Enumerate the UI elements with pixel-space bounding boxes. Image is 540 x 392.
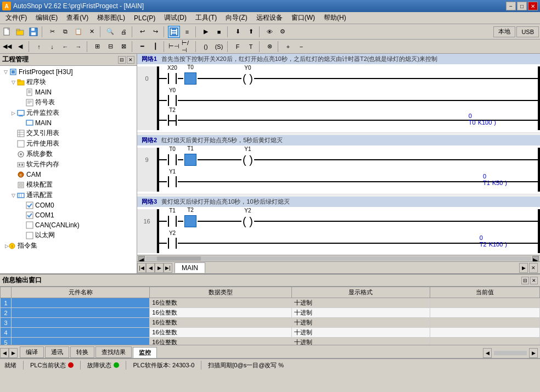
delete-wire-button[interactable]: ⊗ [263,41,275,53]
tree-main-prog[interactable]: MAIN [1,87,136,97]
list-view-button[interactable]: ≡ [181,26,193,38]
h-scrollbar[interactable]: ◀ ▶ [137,255,540,261]
tab-close-btn[interactable]: ✕ [529,263,538,273]
tab-nav-first[interactable]: |◀ [137,263,146,273]
btab-convert[interactable]: 转换 [70,346,94,358]
scroll-track[interactable] [146,256,531,261]
sidebar-dock-button[interactable]: ⊟ [118,56,126,64]
contact-no-button[interactable]: ⊢⊣ [168,41,180,53]
bottom-panel-close-btn[interactable]: ✕ [530,277,538,284]
tab-new-btn[interactable]: ▶ [519,263,528,273]
tab-main[interactable]: MAIN [175,262,205,273]
tab-nav-last[interactable]: ▶| [164,263,172,273]
tree-soft-memory[interactable]: 软元件内存 [1,159,136,170]
btab-comm[interactable]: 通讯 [45,346,69,358]
scroll-right-btn[interactable]: ▶ [532,256,539,261]
redo-button[interactable]: ↪ [149,26,161,38]
expand-root[interactable]: ▽ [2,69,9,75]
scroll-left-btn[interactable]: ◀ [138,256,145,261]
maximize-button[interactable]: □ [517,2,527,10]
zoom-out-button[interactable]: − [295,41,307,53]
coil-button[interactable]: () [200,41,212,53]
scroll-thumb[interactable] [157,256,201,261]
btab-nav-next[interactable]: ▶ [9,348,18,358]
upload-button[interactable]: ⬆ [245,26,257,38]
tree-cam[interactable]: C CAM [1,170,136,180]
delete-button[interactable]: ✕ [86,26,98,38]
expand-monitor[interactable]: ▷ [10,110,16,116]
run-button[interactable]: ▶ [200,26,212,38]
tree-ethernet[interactable]: 以太网 [1,230,136,240]
menu-plc[interactable]: PLC(P) [130,13,160,23]
tree-sys-params[interactable]: 系统参数 [1,149,136,159]
paste-button[interactable]: 📋 [72,26,85,38]
arrow-right-button[interactable]: → [72,41,85,53]
btab-find[interactable]: 查找结果 [95,346,132,358]
tree-program-block[interactable]: ▽ 程序块 [1,77,136,87]
btab-scrollbar[interactable] [494,351,527,355]
tree-main-monitor[interactable]: MAIN [1,118,136,128]
menu-edit[interactable]: 编辑(E) [31,12,62,24]
menu-wizard[interactable]: 向导(Z) [221,12,251,24]
menu-file[interactable]: 文件(F) [1,12,31,24]
local-button[interactable]: 本地 [493,26,515,37]
arrow-up-button[interactable]: ↑ [33,41,45,53]
arrow-down-button[interactable]: ↓ [46,41,58,53]
tree-inst-set[interactable]: ▷ i 指令集 [1,240,136,251]
stop-button[interactable]: ■ [213,26,225,38]
print-button[interactable]: 🖨 [117,26,130,38]
ladder-area[interactable]: 网络1 首先当按下控制开关X20后，红灯开始点亮10秒，之后红灯的熄灭由计时器T… [137,54,540,255]
tree-can[interactable]: CAN(CANLink) [1,220,136,230]
find-button[interactable]: 🔍 [104,26,116,38]
wire-v-button[interactable]: ┃ [149,41,161,53]
menu-help[interactable]: 帮助(H) [319,12,351,24]
open-button[interactable] [14,26,26,38]
settings-button[interactable]: ⚙ [277,26,289,38]
row-3-name[interactable] [12,318,150,328]
tree-root[interactable]: ▽ FristProgect [H3U] [1,67,136,77]
minimize-button[interactable]: − [506,2,516,10]
tree-cross-ref[interactable]: 交叉引用表 [1,128,136,138]
menu-view[interactable]: 查看(V) [62,12,93,24]
tree-usage-table[interactable]: 元件使用表 [1,138,136,149]
expand-comm[interactable]: ▽ [10,192,16,199]
row-4-name[interactable] [12,328,150,338]
menu-debug[interactable]: 调试(D) [160,12,191,24]
nav-back-button[interactable]: ◀ [14,41,26,53]
tree-monitor-table[interactable]: ▷ 元件监控表 [1,108,136,118]
btab-scroll-left[interactable]: ◀ [483,348,492,358]
delete-row-button[interactable]: ⊠ [117,41,130,53]
tree-comm-config[interactable]: ▽ 通讯配置 [1,190,136,200]
tab-nav-next[interactable]: ▶ [155,263,164,273]
row-5-name[interactable] [12,338,150,345]
copy-button[interactable]: ⧉ [59,26,71,38]
tree-com0[interactable]: COM0 [1,200,136,210]
menu-window[interactable]: 窗口(W) [287,12,319,24]
sidebar-close-button[interactable]: ✕ [127,56,134,64]
row-2-name[interactable] [12,308,150,318]
new-button[interactable] [1,26,13,38]
monitor-button[interactable]: 👁 [263,26,275,38]
ladder-view-button[interactable] [168,26,180,38]
btab-nav-prev[interactable]: ◀ [0,348,9,358]
download-button[interactable]: ⬇ [232,26,244,38]
timer-button[interactable]: T [245,41,257,53]
tree-symbol-table[interactable]: 符号表 [1,97,136,108]
save-button[interactable] [27,26,40,38]
arrow-left-button[interactable]: ← [59,41,71,53]
wire-h-button[interactable]: ━ [136,41,148,53]
menu-ladder[interactable]: 梯形图(L) [93,12,130,24]
nav-prev-button[interactable]: ◀◀ [1,41,13,53]
usb-button[interactable]: USB [516,26,539,37]
insert-row-button[interactable]: ⊞ [91,41,103,53]
cut-button[interactable]: ✂ [46,26,58,38]
bottom-panel-dock-btn[interactable]: ⊟ [521,277,529,284]
contact-nc-button[interactable]: ⊢/⊣ [181,41,193,53]
menu-remote[interactable]: 远程设备 [252,12,287,24]
btab-monitor[interactable]: 监控 [133,347,157,358]
undo-button[interactable]: ↩ [136,26,148,38]
tab-nav-prev[interactable]: ◀ [146,263,155,273]
insert-col-button[interactable]: ⊟ [104,41,116,53]
btab-scroll-right[interactable]: ▶ [529,348,538,358]
row-1-name[interactable] [12,298,150,308]
